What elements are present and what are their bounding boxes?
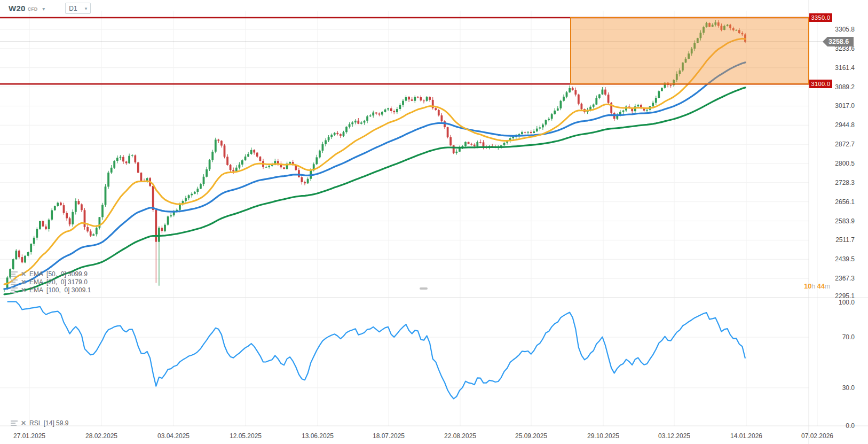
rsi-line [7, 302, 745, 399]
countdown-minutes: 44 [817, 282, 825, 290]
current-price-value: 3258.6 [827, 37, 854, 46]
svg-text:3305.8: 3305.8 [835, 26, 855, 33]
rsi-legend-row: ✕RSI [14] 59.9 [11, 419, 68, 427]
svg-text:22.08.2025: 22.08.2025 [444, 432, 476, 440]
svg-text:2944.8: 2944.8 [835, 121, 855, 129]
indicator-label: EMA [100, 0] 3009.1 [29, 286, 91, 294]
svg-text:2728.3: 2728.3 [835, 179, 855, 186]
support-price-label[interactable]: 3100.0 [809, 80, 832, 88]
trading-chart-screen: 3305.83233.63161.43089.23017.02944.82872… [0, 0, 868, 444]
indicator-label: EMA [50, 0] 3099.9 [29, 270, 88, 278]
instrument-symbol: W20 [9, 4, 26, 13]
resistance-price-label[interactable]: 3350.0 [809, 13, 832, 22]
rsi-indicator-legend: ✕RSI [14] 59.9 [11, 419, 68, 427]
pane-resize-handle[interactable] [420, 287, 428, 290]
indicator-label: RSI [14] 59.9 [29, 419, 68, 427]
countdown-minutes-unit: m [825, 283, 830, 290]
svg-text:100.0: 100.0 [839, 299, 855, 306]
instrument-type-label: CFD [28, 6, 38, 12]
indicator-settings-icon[interactable] [11, 279, 18, 285]
svg-text:2439.5: 2439.5 [835, 255, 855, 263]
price-marker-arrow-icon [823, 37, 827, 46]
indicator-remove-icon[interactable]: ✕ [21, 419, 26, 427]
svg-text:28.02.2025: 28.02.2025 [85, 432, 117, 440]
countdown-hours-unit: h [812, 283, 817, 290]
indicator-remove-icon[interactable]: ✕ [21, 286, 26, 294]
svg-text:18.07.2025: 18.07.2025 [373, 432, 405, 440]
svg-text:2367.3: 2367.3 [835, 275, 855, 282]
svg-text:70.0: 70.0 [842, 333, 855, 341]
countdown-hours: 10 [804, 282, 811, 290]
indicator-settings-icon[interactable] [11, 420, 18, 426]
svg-text:2800.5: 2800.5 [835, 160, 855, 167]
timeframe-value: D1 [69, 5, 77, 12]
svg-text:30.0: 30.0 [842, 384, 855, 392]
svg-text:03.12.2025: 03.12.2025 [658, 432, 690, 440]
svg-text:29.10.2025: 29.10.2025 [587, 432, 619, 440]
svg-text:27.01.2025: 27.01.2025 [13, 432, 45, 440]
svg-text:03.04.2025: 03.04.2025 [157, 432, 190, 440]
svg-text:07.02.2026: 07.02.2026 [801, 432, 833, 440]
price-chart-canvas[interactable]: 3305.83233.63161.43089.23017.02944.82872… [0, 0, 868, 444]
indicator-settings-icon[interactable] [11, 271, 18, 277]
candle-countdown-timer: 10h 44m [777, 282, 830, 290]
svg-text:25.09.2025: 25.09.2025 [515, 432, 547, 440]
ema-legend-row: ✕EMA [20, 0] 3179.0 [11, 278, 91, 286]
ema100-line [4, 88, 745, 294]
svg-text:12.05.2025: 12.05.2025 [230, 432, 262, 440]
timeframe-select[interactable]: D1 ▾ [65, 3, 91, 14]
svg-text:2511.7: 2511.7 [835, 236, 855, 244]
timeframe-caret-icon: ▾ [85, 6, 88, 11]
svg-text:3089.2: 3089.2 [835, 83, 855, 91]
svg-text:2872.7: 2872.7 [835, 141, 855, 148]
time-axis-labels[interactable]: 27.01.202528.02.202503.04.202512.05.2025… [13, 432, 833, 440]
ema-indicator-legend: ✕EMA [50, 0] 3099.9✕EMA [20, 0] 3179.0✕E… [11, 270, 91, 294]
ema-legend-row: ✕EMA [50, 0] 3099.9 [11, 270, 91, 278]
indicator-label: EMA [20, 0] 3179.0 [29, 278, 88, 286]
svg-text:0.0: 0.0 [846, 422, 855, 430]
resistance-zone-rectangle[interactable] [571, 18, 809, 84]
price-axis-labels[interactable]: 3305.83233.63161.43089.23017.02944.82872… [835, 26, 855, 430]
svg-text:14.01.2026: 14.01.2026 [730, 432, 762, 440]
svg-text:2656.1: 2656.1 [835, 198, 855, 206]
svg-text:13.06.2025: 13.06.2025 [302, 432, 334, 440]
current-price-marker: 3258.6 [823, 37, 854, 46]
svg-text:2583.9: 2583.9 [835, 217, 855, 225]
instrument-header: W20 CFD ▾ D1 ▾ [9, 3, 91, 14]
ema-legend-row: ✕EMA [100, 0] 3009.1 [11, 286, 91, 294]
indicator-settings-icon[interactable] [11, 287, 18, 293]
symbol-dropdown-caret-icon[interactable]: ▾ [42, 6, 45, 12]
svg-text:3017.0: 3017.0 [835, 102, 855, 110]
indicator-remove-icon[interactable]: ✕ [21, 270, 26, 278]
svg-text:3161.4: 3161.4 [835, 64, 855, 72]
indicator-remove-icon[interactable]: ✕ [21, 278, 26, 286]
